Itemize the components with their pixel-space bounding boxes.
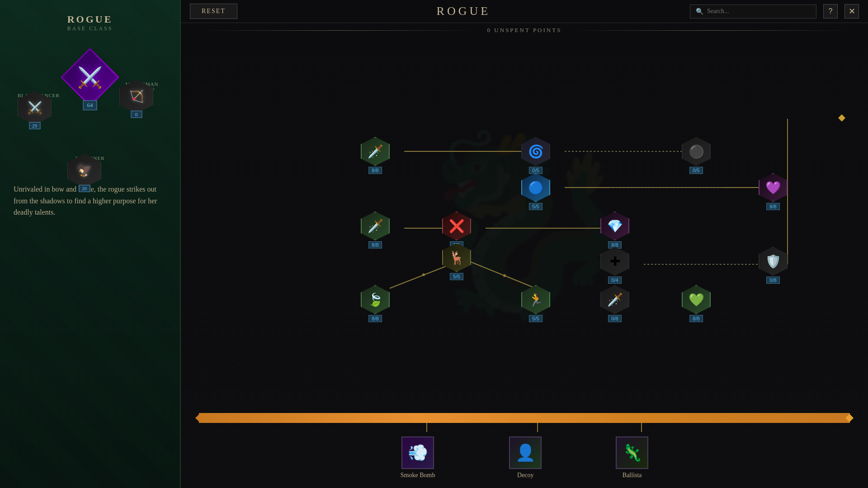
node-1-count: 8/8 [368, 167, 382, 174]
node-10-icon: 🛡️ [765, 254, 781, 269]
node-15[interactable]: 💚 8/8 [682, 285, 711, 322]
node-5-hex: 💜 [759, 173, 788, 202]
conn-11-13 [471, 262, 536, 288]
node-4-hex: 🔵 [521, 173, 550, 202]
top-bar: Reset Rogue 🔍 ? ✕ [181, 0, 868, 23]
main-class-icon: ⚔️ 64 [61, 48, 119, 107]
points-line-right [568, 30, 850, 31]
orange-bar [199, 413, 850, 423]
node-2[interactable]: 🌀 0/5 [521, 137, 550, 174]
search-input[interactable] [707, 8, 797, 15]
node-9[interactable]: ✚ 0/4 [600, 247, 629, 284]
vert-conn-decoy [537, 423, 538, 432]
close-button[interactable]: ✕ [844, 4, 859, 19]
ballista-box: 🦎 [616, 436, 648, 469]
node-10-hex: 🛡️ [759, 247, 788, 276]
node-11-icon: 🦌 [449, 250, 465, 265]
node-14-icon: 🗡️ [607, 292, 623, 307]
node-11-count: 5/5 [450, 273, 463, 280]
node-6-count: 8/8 [368, 241, 382, 249]
node-11-inner: 🦌 [442, 243, 471, 272]
help-button[interactable]: ? [823, 4, 838, 19]
node-15-count: 8/8 [689, 315, 703, 322]
marksman-level: 0 [131, 111, 142, 118]
dot-right [503, 274, 506, 277]
search-icon: 🔍 [696, 8, 703, 15]
node-12-icon: 🍃 [368, 292, 383, 307]
node-2-inner: 🌀 [521, 137, 550, 166]
node-4[interactable]: 🔵 5/5 [521, 173, 550, 210]
falconer-icon: 🦅 20 [67, 154, 101, 188]
node-1-inner: 🗡️ [361, 137, 390, 166]
node-12-inner: 🍃 [361, 285, 390, 314]
class-name: Rogue [67, 14, 113, 25]
bladedancer-hex: ⚔️ [18, 91, 52, 125]
decoy-icon: 👤 [515, 443, 536, 462]
node-15-inner: 💚 [682, 285, 711, 314]
right-panel: Reset Rogue 🔍 ? ✕ 0 Unspent Points [181, 0, 868, 488]
node-8-inner: 💎 [600, 211, 629, 240]
node-14[interactable]: 🗡️ 0/8 [600, 285, 629, 322]
node-3-hex: ⚫ [682, 137, 711, 166]
node-13[interactable]: 🏃 5/5 [521, 285, 550, 322]
main-level-badge: 64 [83, 100, 97, 110]
node-10[interactable]: 🛡️ 0/8 [759, 247, 788, 284]
node-14-inner: 🗡️ [600, 285, 629, 314]
node-13-icon: 🏃 [528, 292, 544, 307]
node-4-inner: 🔵 [521, 173, 550, 202]
decoy-box: 👤 [509, 436, 542, 469]
node-5-icon: 💜 [765, 180, 781, 195]
vert-conn-ballista [641, 423, 642, 432]
ballista-skill[interactable]: 🦎 Ballista [616, 436, 648, 479]
node-4-icon: 🔵 [528, 180, 544, 195]
orange-bar-right-diamond [845, 414, 854, 422]
node-10-count: 0/8 [766, 277, 780, 284]
smoke-bomb-icon: 💨 [408, 443, 428, 462]
node-9-count: 0/4 [608, 277, 622, 284]
ballista-icon: 🦎 [622, 443, 642, 462]
class-subtitle: Base Class [67, 25, 113, 32]
node-8-icon: 💎 [607, 219, 623, 234]
orange-bar-left-diamond [195, 414, 203, 422]
node-12[interactable]: 🍃 8/8 [361, 285, 390, 322]
bladedancer-wrapper: ⚔️ 29 Bladedancer [18, 91, 58, 98]
icon-display: ⚔️ 64 ⚔️ 29 Bladedancer 🏹 0 Marksman [13, 39, 167, 165]
rogue-icon: ⚔️ [77, 66, 103, 89]
left-panel: Rogue Base Class ⚔️ 64 ⚔️ 29 Bladedancer [0, 0, 181, 488]
bladedancer-level: 29 [29, 122, 40, 129]
falconer-wrapper: 🦅 20 Falconer [67, 154, 113, 161]
smoke-bomb-skill[interactable]: 💨 Smoke Bomb [401, 436, 435, 479]
bladedancer-icon: ⚔️ 29 [18, 91, 52, 125]
decoy-skill[interactable]: 👤 Decoy [509, 436, 542, 479]
marksman-hex: 🏹 [119, 80, 153, 113]
node-11[interactable]: 🦌 5/5 [442, 243, 471, 280]
node-3-count: 0/5 [689, 167, 703, 174]
vert-conn-smoke [426, 423, 427, 432]
node-13-inner: 🏃 [521, 285, 550, 314]
node-8[interactable]: 💎 8/8 [600, 211, 629, 249]
node-14-count: 0/8 [608, 315, 622, 322]
node-15-icon: 💚 [689, 292, 704, 307]
falconer-symbol: 🦅 [77, 164, 92, 178]
node-1-hex: 🗡️ [361, 137, 390, 166]
node-9-inner: ✚ [600, 247, 629, 276]
bottom-bar: 💨 Smoke Bomb 👤 Decoy 🦎 Ballista [181, 413, 868, 488]
special-skills: 💨 Smoke Bomb 👤 Decoy 🦎 Ballista [199, 432, 850, 479]
node-2-hex: 🌀 [521, 137, 550, 166]
node-3-icon: ⚫ [689, 144, 704, 159]
node-6[interactable]: 🗡️ 8/8 [361, 211, 390, 249]
connections-svg [181, 38, 868, 413]
node-3[interactable]: ⚫ 0/5 [682, 137, 711, 174]
smoke-bomb-label: Smoke Bomb [401, 472, 435, 479]
node-11-hex: 🦌 [442, 243, 471, 272]
node-5[interactable]: 💜 8/8 [759, 173, 788, 210]
vertical-connectors [199, 423, 850, 432]
reset-button[interactable]: Reset [190, 4, 237, 19]
skill-tree: 🗡️ 8/8 🌀 0/5 ⚫ 0/5 [181, 38, 868, 413]
points-bar: 0 Unspent Points [181, 23, 868, 38]
node-6-icon: 🗡️ [368, 219, 383, 234]
bladedancer-symbol: ⚔️ [28, 101, 42, 115]
node-13-hex: 🏃 [521, 285, 550, 314]
node-1[interactable]: 🗡️ 8/8 [361, 137, 390, 174]
decoy-label: Decoy [517, 472, 534, 479]
